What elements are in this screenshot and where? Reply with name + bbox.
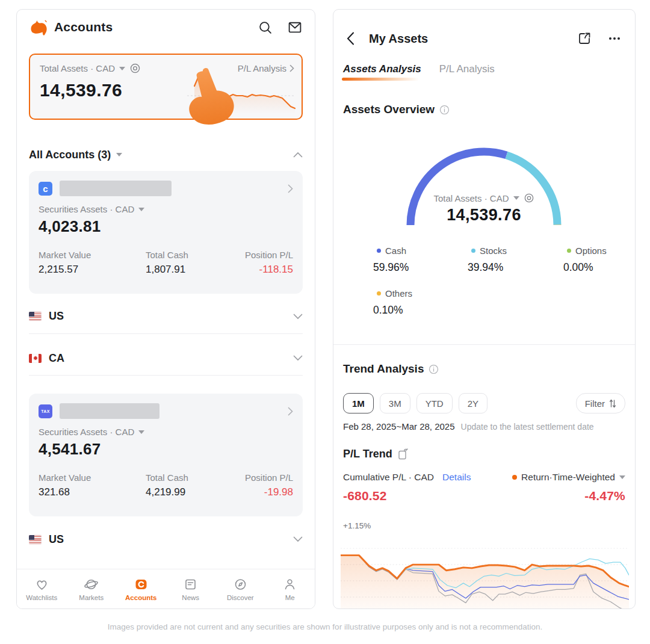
cash-dot-icon: [377, 249, 381, 253]
account-card-2[interactable]: TAX Securities Assets · CAD 4,541.67 Mar…: [29, 394, 303, 516]
account-value: 4,541.67: [39, 440, 293, 459]
gauge-total-value: 14,539.76: [403, 206, 565, 224]
section-divider: [333, 344, 635, 345]
disclaimer-text: Images provided are not current and any …: [0, 622, 650, 631]
copy-share-icon[interactable]: [398, 448, 408, 460]
stat-label: Total Cash: [146, 250, 245, 260]
tab-pl-analysis[interactable]: P/L Analysis: [439, 63, 495, 75]
bottom-nav: Watchlists Markets Accounts News Discove…: [17, 569, 315, 608]
pl-trend-chart: [341, 534, 629, 609]
nav-accounts[interactable]: Accounts: [116, 569, 166, 608]
currency-dropdown-icon[interactable]: [138, 430, 144, 434]
nav-me[interactable]: Me: [265, 569, 315, 608]
info-icon[interactable]: [429, 364, 439, 374]
top-gridline-label: +1.15%: [343, 521, 371, 530]
currency-dropdown-icon[interactable]: [138, 208, 144, 211]
region-row-us[interactable]: US: [29, 299, 303, 334]
more-icon[interactable]: [607, 31, 622, 46]
details-link[interactable]: Details: [442, 472, 471, 483]
legend-item-cash: Cash 59.96%: [377, 246, 409, 274]
ca-flag-icon: [29, 354, 42, 363]
redacted-account-name: [60, 403, 159, 419]
chevron-up-icon[interactable]: [293, 152, 303, 158]
assets-overview-title: Assets Overview: [343, 103, 435, 116]
chevron-down-icon[interactable]: [293, 314, 303, 320]
nav-watchlists[interactable]: Watchlists: [17, 569, 67, 608]
accounts-screen: Accounts Total Assets · CAD P/L Analysis…: [16, 9, 315, 609]
securities-assets-label: Securities Assets · CAD: [39, 204, 134, 214]
period-2y-button[interactable]: 2Y: [459, 393, 488, 413]
stat-label: Position P/L: [245, 250, 293, 260]
return-value: -4.47%: [584, 489, 625, 503]
eye-icon[interactable]: [524, 193, 534, 203]
eye-icon[interactable]: [129, 63, 141, 74]
page-title: Accounts: [54, 20, 113, 34]
chevron-right-icon[interactable]: [288, 184, 293, 193]
share-icon[interactable]: [577, 31, 592, 46]
chevron-down-icon[interactable]: [293, 536, 303, 542]
stat-label: Total Cash: [146, 472, 245, 483]
tab-assets-analysis[interactable]: Assets Analysis: [343, 63, 421, 75]
stat-label: Market Value: [39, 472, 146, 483]
return-dot-icon: [512, 475, 517, 480]
cash-plus-account-icon: c: [39, 182, 52, 196]
period-1m-button[interactable]: 1M: [343, 393, 374, 413]
nav-news[interactable]: News: [166, 569, 216, 608]
pl-trend-title: P/L Trend: [343, 448, 392, 460]
nav-markets[interactable]: Markets: [67, 569, 117, 608]
currency-dropdown-icon[interactable]: [513, 196, 519, 200]
chevron-right-icon[interactable]: [288, 407, 293, 416]
nav-discover[interactable]: Discover: [215, 569, 265, 608]
search-icon[interactable]: [258, 20, 273, 35]
securities-assets-label: Securities Assets · CAD: [39, 427, 134, 437]
account-card-1[interactable]: c Securities Assets · CAD 4,023.81 Marke…: [29, 171, 303, 294]
return-metric-dropdown[interactable]: Return·Time-Weighted: [512, 472, 625, 483]
others-dot-icon: [377, 291, 381, 296]
stocks-dot-icon: [471, 249, 475, 253]
period-ytd-button[interactable]: YTD: [416, 393, 453, 413]
sliders-icon: [609, 399, 616, 408]
account-value: 4,023.81: [39, 217, 293, 236]
accounts-filter-dropdown-icon[interactable]: [116, 153, 122, 156]
region-code: US: [49, 533, 64, 546]
compass-icon: [233, 577, 248, 592]
legend-item-options: Options 0.00%: [567, 246, 607, 274]
accounts-header: Accounts: [17, 10, 315, 45]
us-flag-icon: [29, 312, 42, 321]
back-icon[interactable]: [347, 32, 354, 45]
filter-button[interactable]: Filter: [576, 393, 625, 413]
chevron-down-icon: [619, 475, 625, 479]
gauge-total-label: Total Assets · CAD: [433, 193, 509, 203]
period-3m-button[interactable]: 3M: [380, 393, 410, 413]
asset-allocation-gauge: Total Assets · CAD 14,539.76: [403, 142, 565, 231]
options-percent: 0.00%: [563, 261, 607, 274]
active-tab-underline: [342, 78, 419, 81]
cumulative-pl-label: Cumulative P/L · CAD: [343, 472, 434, 483]
chevron-down-icon[interactable]: [293, 355, 303, 361]
my-assets-screen: My Assets Assets Analysis P/L Analysis A…: [333, 9, 636, 609]
region-row-ca[interactable]: CA: [29, 341, 303, 376]
heart-icon: [34, 577, 49, 592]
tab-bar: Assets Analysis P/L Analysis: [343, 63, 495, 75]
info-icon[interactable]: [439, 105, 450, 115]
stocks-percent: 39.94%: [468, 261, 507, 274]
others-percent: 0.10%: [373, 304, 412, 317]
cumulative-pl-value: -680.52: [343, 489, 387, 503]
mail-icon[interactable]: [287, 20, 303, 35]
stat-value: 4,219.99: [146, 486, 245, 498]
region-row-us-2[interactable]: US: [29, 522, 303, 556]
total-assets-label: Total Assets · CAD: [40, 63, 115, 73]
us-flag-icon: [29, 535, 42, 544]
total-assets-card[interactable]: Total Assets · CAD P/L Analysis 14,539.7…: [29, 54, 303, 120]
date-range: Feb 28, 2025~Mar 28, 2025: [343, 421, 455, 432]
stat-value: 1,807.91: [146, 264, 245, 276]
cash-percent: 59.96%: [373, 261, 409, 274]
legend-item-stocks: Stocks 39.94%: [471, 246, 507, 274]
region-code: CA: [49, 352, 64, 365]
legend-item-others: Others 0.10%: [377, 288, 412, 317]
currency-dropdown-icon[interactable]: [119, 67, 125, 70]
region-code: US: [49, 310, 64, 323]
all-accounts-row[interactable]: All Accounts (3): [29, 146, 303, 164]
stat-value: 321.68: [39, 486, 146, 498]
stat-label: Market Value: [39, 250, 146, 260]
